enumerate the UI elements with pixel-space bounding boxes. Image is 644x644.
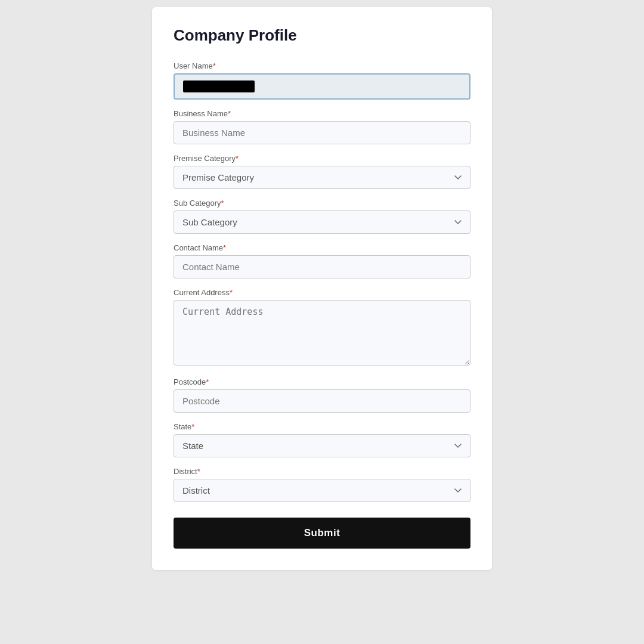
username-input-wrapper (174, 73, 470, 100)
business-name-group: Business Name* (174, 109, 470, 144)
contact-name-input[interactable] (174, 255, 470, 278)
current-address-textarea[interactable] (174, 300, 470, 366)
premise-category-select[interactable]: Premise Category Category 1 Category 2 C… (174, 166, 470, 189)
username-label: User Name* (174, 61, 470, 70)
premise-category-group: Premise Category* Premise Category Categ… (174, 154, 470, 189)
state-group: State* State NSW VIC QLD WA SA TAS ACT N… (174, 422, 470, 457)
sub-category-select[interactable]: Sub Category Sub 1 Sub 2 Sub 3 (174, 210, 470, 234)
current-address-group: Current Address* (174, 288, 470, 368)
state-label: State* (174, 422, 470, 431)
postcode-input[interactable] (174, 389, 470, 413)
district-select[interactable]: District District 1 District 2 District … (174, 479, 470, 502)
state-select[interactable]: State NSW VIC QLD WA SA TAS ACT NT (174, 434, 470, 457)
postcode-label: Postcode* (174, 377, 470, 386)
page-title: Company Profile (174, 26, 470, 45)
business-name-input[interactable] (174, 121, 470, 144)
district-group: District* District District 1 District 2… (174, 467, 470, 502)
sub-category-group: Sub Category* Sub Category Sub 1 Sub 2 S… (174, 199, 470, 234)
username-masked-value (183, 80, 255, 92)
username-group: User Name* (174, 61, 470, 100)
contact-name-label: Contact Name* (174, 243, 470, 252)
current-address-label: Current Address* (174, 288, 470, 297)
business-name-label: Business Name* (174, 109, 470, 118)
company-profile-form: Company Profile User Name* Business Name… (152, 7, 492, 570)
premise-category-label: Premise Category* (174, 154, 470, 163)
sub-category-label: Sub Category* (174, 199, 470, 208)
district-label: District* (174, 467, 470, 476)
contact-name-group: Contact Name* (174, 243, 470, 278)
postcode-group: Postcode* (174, 377, 470, 413)
submit-button[interactable]: Submit (174, 518, 470, 549)
